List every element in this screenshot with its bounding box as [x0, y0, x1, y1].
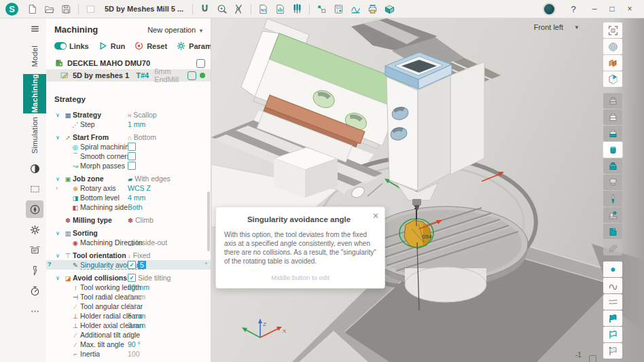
tree-row-step[interactable]: ⋰Step1 mm — [46, 120, 211, 129]
tree-row-job-zone[interactable]: ∨▣Job zone▰With edges — [46, 174, 211, 183]
tree-row-tool-angular-clearar[interactable]: ∕Tool angular clearar0 ° — [46, 302, 211, 311]
row-value[interactable]: Side tilting — [138, 274, 171, 282]
row-value[interactable]: 5 mm — [128, 312, 145, 320]
flashlight-icon[interactable] — [26, 261, 43, 279]
row-value[interactable]: 90 ° — [128, 340, 141, 348]
workplane-icon[interactable] — [603, 55, 622, 71]
parameters-button[interactable]: Parameters — [176, 41, 211, 51]
sprutcam-logo-icon[interactable]: S — [5, 3, 18, 16]
tree-row-strategy[interactable]: ∨▦Strategy≈Scallop — [46, 110, 211, 120]
tree-row-rotary-axis[interactable]: ›⊕Rotary axisWCS Z — [46, 183, 211, 193]
chevron-down-icon[interactable]: ∨ — [56, 176, 63, 182]
checkbox[interactable] — [128, 162, 136, 170]
row-value[interactable]: Scallop — [133, 111, 156, 119]
links-toggle-icon[interactable] — [54, 42, 67, 50]
statistics-icon[interactable] — [347, 1, 364, 16]
checkbox[interactable] — [128, 143, 136, 151]
row-value[interactable]: 0 mm — [128, 293, 145, 301]
row-value[interactable]: Climb — [135, 216, 154, 224]
chevron-down-icon[interactable]: ∨ — [56, 275, 63, 281]
row-value[interactable]: 4 mm — [128, 194, 145, 202]
row-value[interactable]: 2 ° — [128, 331, 137, 339]
tree-row-tool-working-length[interactable]: ↕Tool working length20 mm — [46, 283, 211, 292]
tree-row-bottom-level[interactable]: ◨Bottom level4 mm — [46, 193, 211, 202]
row-value[interactable]: Both — [128, 203, 143, 211]
toolpath-curve-icon[interactable] — [603, 278, 622, 293]
tab-machining[interactable]: Machining — [23, 74, 46, 113]
close-button[interactable]: × — [621, 1, 639, 16]
show-stock-icon[interactable] — [603, 142, 622, 158]
tree-row-machining-side[interactable]: ◧Machining sideBoth — [46, 202, 211, 212]
printer-icon[interactable] — [364, 1, 381, 16]
stage-semifinish-icon[interactable] — [603, 109, 622, 125]
flag-gray-icon[interactable] — [603, 343, 622, 359]
tree-row-holder-radial-cleara[interactable]: ⊥Holder radial cleara5 mm — [46, 311, 211, 321]
new-file-icon[interactable] — [24, 1, 41, 16]
stage-roughing-icon[interactable] — [603, 93, 622, 109]
row-value[interactable]: Inside-out — [136, 238, 167, 247]
doc-state-icon[interactable] — [82, 1, 99, 16]
tree-row-start-from[interactable]: ∨➚Start From⌂Bottom — [46, 132, 211, 142]
row-value[interactable]: Bottom — [134, 133, 156, 141]
tree-row-smooth-corners[interactable]: ⌒Smooth corners — [46, 151, 211, 161]
toolpath-point-icon[interactable] — [603, 261, 622, 277]
operation-tree-row[interactable]: 5D by meshes 1 T#4 6mm EndMill — [46, 69, 211, 82]
tree-row-additional-tilt-angle[interactable]: ∕Additional tilt angle2 ° — [46, 330, 211, 340]
stage-finish-icon[interactable] — [603, 126, 622, 141]
help-button[interactable]: ? — [565, 4, 582, 14]
machine-checkbox[interactable] — [196, 59, 205, 68]
tab-model[interactable]: Model — [23, 39, 46, 74]
shaded-view-icon[interactable] — [603, 39, 622, 54]
chevron-down-icon[interactable]: ∨ — [56, 134, 63, 141]
machine-tree-row[interactable]: DECKEL MAHO DMU70 — [46, 57, 211, 69]
tree-row-singularity-avoidanc[interactable]: ?✎Singularity avoidanc✓5° — [46, 260, 211, 270]
tree-row-holder-axial-clearan[interactable]: ⊥Holder axial clearan3 mm — [46, 321, 211, 330]
tree-row-max-tilt-angle[interactable]: ∕Max. tilt angle90 ° — [46, 340, 211, 349]
chevron-down-icon[interactable]: ∨ — [56, 253, 63, 259]
select-region-icon[interactable] — [26, 180, 43, 198]
operation-checkbox[interactable] — [187, 71, 196, 80]
row-value[interactable]: 20 mm — [128, 283, 149, 291]
checkbox[interactable]: ✓ — [128, 261, 136, 269]
chevron-right-icon[interactable]: › — [56, 185, 63, 192]
contrast-icon[interactable] — [26, 160, 43, 177]
row-value[interactable]: With edges — [135, 175, 171, 183]
reset-button[interactable]: Reset — [134, 41, 167, 51]
flag-outline-icon[interactable] — [603, 327, 622, 342]
caliper-icon[interactable] — [230, 1, 247, 16]
fragment-checkbox[interactable] — [589, 355, 596, 362]
run-button[interactable]: Run — [98, 41, 125, 51]
fit-view-icon[interactable] — [603, 22, 622, 38]
tree-row-sorting[interactable]: ∨▥Sorting — [46, 228, 211, 238]
show-hatch-icon[interactable] — [603, 240, 622, 255]
report-icon[interactable] — [272, 1, 289, 16]
timer-icon[interactable] — [26, 282, 43, 300]
save-icon[interactable] — [58, 1, 75, 16]
view-cube-icon[interactable] — [603, 71, 622, 87]
navigate-icon[interactable] — [26, 200, 43, 218]
show-tool-icon[interactable] — [603, 191, 622, 206]
tab-simulation[interactable]: Simulation — [23, 113, 46, 157]
chevron-down-icon[interactable]: ∨ — [56, 112, 63, 118]
tree-row-spiral-machining[interactable]: ◎Spiral machining — [46, 142, 211, 151]
workspace-icon[interactable] — [26, 241, 43, 259]
machine-link-icon[interactable] — [313, 1, 330, 16]
flag-filled-icon[interactable] — [603, 310, 622, 326]
tools-icon[interactable] — [289, 1, 306, 16]
value-edit-field[interactable]: 5 — [138, 261, 146, 269]
checkbox[interactable] — [128, 152, 136, 160]
minimize-button[interactable]: – — [586, 1, 603, 16]
links-button[interactable]: Links — [54, 42, 89, 50]
panel-scrollbar[interactable] — [207, 192, 210, 251]
tree-row-tool-orientation[interactable]: ∨⊤Tool orientation↓Fixed — [46, 251, 211, 260]
maximize-button[interactable]: □ — [603, 1, 621, 16]
row-value[interactable]: WCS Z — [128, 184, 151, 192]
row-value[interactable]: 1 mm — [128, 120, 145, 128]
user-avatar[interactable] — [543, 3, 556, 16]
row-value[interactable]: 100 — [128, 350, 140, 358]
show-fixture-icon[interactable] — [603, 207, 622, 223]
show-machine-icon[interactable] — [603, 223, 622, 239]
viewport-3d[interactable]: G54 — [211, 18, 644, 362]
more-icon[interactable] — [26, 302, 43, 320]
show-part-icon[interactable] — [603, 158, 622, 174]
